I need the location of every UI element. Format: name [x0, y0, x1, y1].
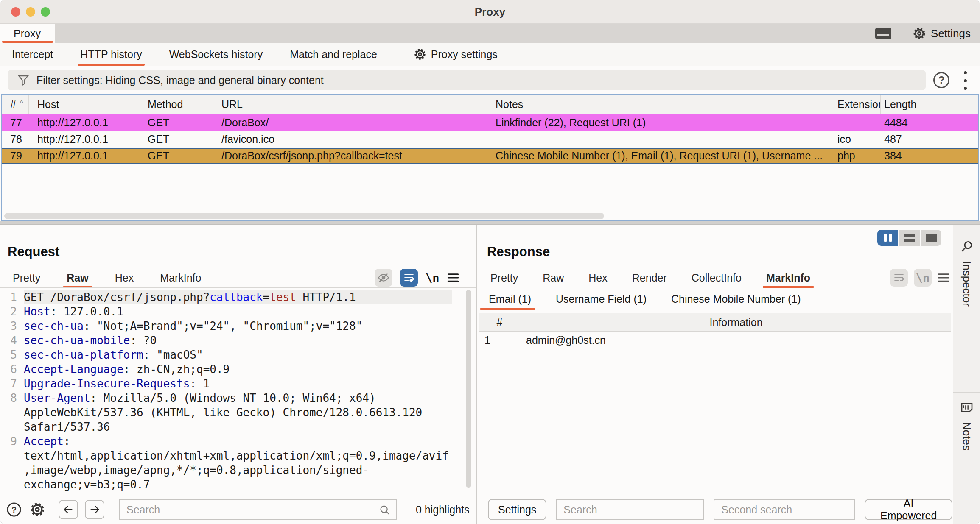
columns-layout-button[interactable]: [877, 230, 898, 246]
word-wrap-icon-disabled[interactable]: [890, 269, 908, 287]
request-line-3: 3sec-ch-ua: "Not;A=Brand";v="24", "Chrom…: [0, 319, 471, 333]
column-header-[interactable]: #^: [2, 95, 29, 114]
cell-: 77: [2, 114, 29, 131]
history-row-78[interactable]: 78http://127.0.0.1GET/favicon.icoico487: [2, 131, 978, 148]
line-content: Accept: text/html,application/xhtml+xml,…: [24, 434, 452, 492]
cell-length: 487: [881, 131, 980, 148]
request-line-7: 7Upgrade-Insecure-Requests: 1: [0, 376, 471, 391]
search-help-icon[interactable]: ?: [6, 502, 22, 518]
previous-match-button[interactable]: [59, 500, 78, 519]
column-header-label: #: [10, 98, 16, 111]
column-header-information[interactable]: Information: [521, 313, 951, 331]
response-tab-collectinfo[interactable]: CollectInfo: [692, 268, 742, 287]
response-tab-pretty[interactable]: Pretty: [490, 268, 518, 287]
markinfo-tab-chinese-mobile-number-1[interactable]: Chinese Mobile Number (1): [671, 288, 801, 310]
response-tab-markinfo[interactable]: MarkInfo: [766, 268, 810, 287]
markinfo-settings-button[interactable]: Settings: [488, 499, 546, 520]
tab-proxy-main[interactable]: Proxy: [0, 24, 55, 43]
request-tab-raw[interactable]: Raw: [67, 268, 88, 287]
markinfo-row-1[interactable]: 1admin@gh0st.cn: [479, 332, 951, 349]
cell-length: 4484: [881, 114, 980, 131]
vertical-scrollbar[interactable]: [466, 290, 471, 488]
token-header: Upgrade-Insecure-Requests: [24, 377, 190, 390]
request-tab-markinfo[interactable]: MarkInfo: [160, 268, 201, 287]
response-title: Response: [487, 244, 550, 259]
request-response-divider[interactable]: [476, 225, 477, 524]
help-icon[interactable]: ?: [933, 72, 949, 88]
cell-: 78: [2, 131, 29, 148]
message-editor-area: Request PrettyRawHexMarkInfo: [0, 225, 980, 524]
window-layout-icon[interactable]: [875, 28, 891, 39]
token-header: Accept-Language: [24, 363, 123, 376]
subtab-websockets-history[interactable]: WebSockets history: [169, 43, 263, 66]
token-plain: : 1: [190, 377, 210, 390]
response-tab-render[interactable]: Render: [632, 268, 667, 287]
sidebar-tab-inspector[interactable]: Inspector: [953, 239, 980, 307]
pane-splitter[interactable]: [0, 221, 980, 225]
line-number: 9: [0, 434, 17, 492]
gear-icon: [413, 47, 427, 61]
divider: [953, 392, 980, 393]
rows-layout-button[interactable]: [899, 230, 920, 246]
request-editor[interactable]: 1GET /DoraBox/csrf/jsonp.php?callback=te…: [0, 288, 471, 494]
token-plain: : "Not;A=Brand";v="24", "Chromium";v="12…: [84, 320, 362, 332]
subtab-http-history[interactable]: HTTP history: [80, 43, 142, 66]
subtab-intercept[interactable]: Intercept: [12, 43, 53, 66]
newline-toggle-disabled[interactable]: \n: [914, 269, 932, 287]
request-line-6: 6Accept-Language: zh-CN,zh;q=0.9: [0, 362, 471, 376]
column-header-url[interactable]: URL: [218, 95, 492, 114]
divider: [902, 27, 902, 40]
column-header-notes[interactable]: Notes: [492, 95, 834, 114]
next-match-button[interactable]: [85, 500, 104, 519]
request-tab-pretty[interactable]: Pretty: [13, 268, 40, 287]
column-header-label: Notes: [496, 98, 523, 111]
column-header-host[interactable]: Host: [29, 95, 144, 114]
subtab-proxy-settings[interactable]: Proxy settings: [413, 47, 498, 61]
request-tab-hex[interactable]: Hex: [115, 268, 134, 287]
more-options-icon[interactable]: [962, 71, 968, 90]
editor-menu-icon[interactable]: [938, 273, 949, 283]
word-wrap-icon[interactable]: [400, 269, 418, 287]
column-header-label: Method: [148, 98, 183, 111]
token-header: Accept: [24, 435, 64, 448]
token-plain: : text/html,application/xhtml+xml,applic…: [24, 435, 449, 491]
request-line-8: 8User-Agent: Mozilla/5.0 (Windows NT 10.…: [0, 391, 471, 434]
column-header-num[interactable]: #: [479, 313, 521, 331]
line-content: Accept-Language: zh-CN,zh;q=0.9: [24, 362, 452, 376]
column-header-label: URL: [221, 98, 243, 111]
column-header-label: Host: [37, 98, 59, 111]
settings-button[interactable]: Settings: [912, 26, 971, 41]
single-pane-layout-button[interactable]: [921, 230, 941, 246]
hide-eye-icon[interactable]: [375, 269, 392, 287]
newline-toggle[interactable]: \n: [426, 271, 440, 284]
cell-extension: php: [834, 149, 881, 163]
markinfo-second-search-input[interactable]: [714, 499, 855, 520]
horizontal-scrollbar[interactable]: [4, 213, 604, 219]
column-header-label: Extension: [837, 98, 881, 111]
column-header-length[interactable]: Length: [881, 95, 980, 114]
token-param: callback: [210, 291, 263, 304]
column-header-method[interactable]: Method: [144, 95, 218, 114]
ai-empowered-button[interactable]: AI Empowered: [865, 499, 952, 520]
markinfo-search-input[interactable]: [556, 499, 704, 520]
cell-notes: Chinese Mobile Number (1), Email (1), Re…: [492, 149, 834, 163]
request-line-4: 4sec-ch-ua-mobile: ?0: [0, 333, 471, 348]
editor-menu-icon[interactable]: [447, 273, 459, 283]
response-tab-hex[interactable]: Hex: [588, 268, 607, 287]
response-tab-raw[interactable]: Raw: [543, 268, 564, 287]
filter-funnel-icon: [17, 74, 30, 86]
layout-segmented-control: [877, 230, 941, 246]
column-header-extension[interactable]: Extension: [834, 95, 881, 114]
history-row-77[interactable]: 77http://127.0.0.1GET/DoraBox/Linkfinder…: [2, 114, 978, 131]
subtab-match-and-replace[interactable]: Match and replace: [290, 43, 377, 66]
search-settings-gear-icon[interactable]: [29, 501, 46, 518]
markinfo-tab-username-field-1[interactable]: Username Field (1): [556, 288, 647, 310]
markinfo-tab-email-1[interactable]: Email (1): [489, 288, 531, 310]
line-number: 2: [0, 304, 17, 319]
token-plain: =: [263, 291, 270, 304]
sidebar-tab-notes[interactable]: Notes: [953, 401, 980, 451]
filter-settings-bar[interactable]: Filter settings: Hiding CSS, image and g…: [8, 70, 926, 90]
history-row-79[interactable]: 79http://127.0.0.1GET/DoraBox/csrf/jsonp…: [2, 148, 978, 164]
request-search-input[interactable]: [119, 499, 397, 520]
history-table-header: #^HostMethodURLNotesExtensionLength: [2, 95, 978, 114]
